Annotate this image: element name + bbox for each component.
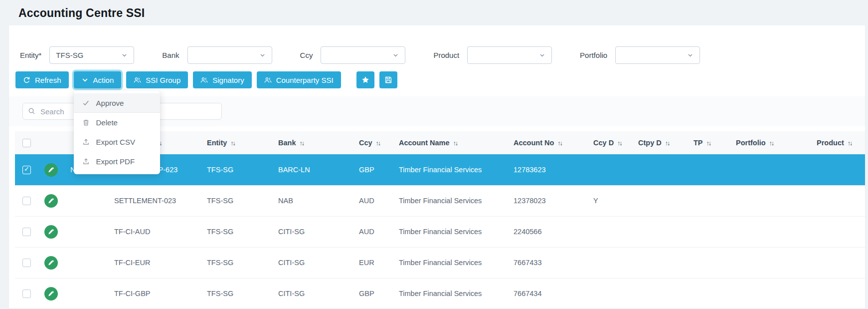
account-name-column-header[interactable]: Account Name↑↓: [393, 131, 508, 154]
portfolio-label: Portfolio: [580, 51, 607, 59]
filter-portfolio: Portfolio: [580, 46, 700, 64]
chevron-down-icon: [539, 52, 545, 58]
ctpy-d-column-header[interactable]: Ctpy D↑↓: [633, 131, 688, 154]
tp-column-header[interactable]: TP↑↓: [688, 131, 730, 154]
chevron-down-icon: [392, 52, 399, 58]
edit-row-button[interactable]: [44, 163, 58, 177]
sort-icon: ↑↓: [769, 140, 774, 147]
table-row[interactable]: TF-CI-GBP TFS-SG CITI-SG GBP Timber Fina…: [15, 278, 865, 309]
product-label: Product: [433, 51, 459, 59]
pencil-icon: [48, 198, 54, 204]
sort-icon: ↑↓: [230, 140, 235, 147]
export-icon: [82, 138, 90, 146]
menu-item-export-csv[interactable]: Export CSV: [74, 132, 160, 152]
row-checkbox[interactable]: [22, 228, 31, 236]
entity-label: Entity*: [20, 51, 41, 59]
export-icon: [82, 158, 90, 165]
counterparty-ssi-button[interactable]: Counterparty SSI: [257, 71, 341, 88]
table-row[interactable]: SETTLEMENT-023 TFS-SG NAB AUD Timber Fin…: [15, 185, 865, 216]
filter-bank: Bank: [162, 46, 272, 64]
check-icon: [82, 99, 90, 107]
sort-icon: ↑↓: [706, 140, 711, 147]
menu-item-approve[interactable]: Approve: [74, 93, 160, 113]
edit-row-button[interactable]: [44, 225, 58, 239]
users-icon: [134, 76, 141, 84]
search-icon: [28, 107, 35, 115]
edit-row-button[interactable]: [44, 256, 58, 270]
menu-item-delete[interactable]: Delete: [74, 113, 160, 132]
ccy-column-header[interactable]: Ccy↑↓: [353, 131, 393, 154]
portfolio-column-header[interactable]: Portfolio↑↓: [730, 131, 811, 154]
toolbar: Refresh Action Approve Delete Export: [9, 71, 865, 88]
edit-row-button[interactable]: [44, 194, 58, 208]
sort-icon: ↑↓: [617, 140, 622, 147]
product-select[interactable]: [467, 46, 552, 64]
action-button[interactable]: Action: [74, 71, 122, 88]
trash-icon: [82, 119, 90, 126]
signatory-button[interactable]: Signatory: [193, 71, 251, 88]
menu-item-export-pdf[interactable]: Export PDF: [74, 152, 160, 171]
edit-row-button[interactable]: [44, 287, 58, 301]
bank-select[interactable]: [187, 46, 272, 64]
users-icon: [200, 76, 208, 84]
account-no-column-header[interactable]: Account No↑↓: [508, 131, 588, 154]
users-icon: [264, 76, 272, 84]
pencil-icon: [48, 291, 54, 297]
page-title: Accounting Centre SSI: [0, 0, 868, 25]
refresh-icon: [23, 76, 30, 84]
chevron-down-icon: [259, 52, 266, 58]
row-checkbox[interactable]: [22, 290, 31, 298]
sort-icon: ↑↓: [557, 140, 562, 147]
save-button[interactable]: [379, 71, 397, 88]
bank-label: Bank: [162, 51, 179, 59]
ssi-group-button[interactable]: SSI Group: [126, 71, 188, 88]
action-dropdown-menu: Approve Delete Export CSV Export PDF: [74, 90, 160, 174]
chevron-down-icon: [121, 52, 128, 58]
sort-icon: ↑↓: [848, 140, 852, 147]
filter-row: Entity* TFS-SG Bank Ccy Product: [9, 46, 865, 64]
pencil-icon: [48, 167, 54, 173]
filter-product: Product: [433, 46, 552, 64]
floppy-disk-icon: [384, 76, 392, 84]
entity-select-value: TFS-SG: [56, 51, 121, 59]
star-icon: [361, 76, 369, 84]
ssi-panel: Entity* TFS-SG Bank Ccy Product: [9, 25, 865, 309]
sort-icon: ↑↓: [665, 140, 670, 147]
edit-column-header: [39, 131, 65, 154]
row-checkbox[interactable]: [22, 197, 31, 205]
entity-select[interactable]: TFS-SG: [49, 46, 134, 64]
pencil-icon: [48, 229, 54, 235]
filter-entity: Entity* TFS-SG: [20, 46, 134, 64]
table-row[interactable]: TF-CI-AUD TFS-SG CITI-SG AUD Timber Fina…: [15, 216, 865, 247]
chevron-down-icon: [687, 52, 694, 58]
entity-column-header[interactable]: Entity↑↓: [201, 131, 273, 154]
sort-icon: ↑↓: [299, 140, 304, 147]
ccy-select[interactable]: [321, 46, 405, 64]
pencil-icon: [48, 260, 54, 266]
row-checkbox[interactable]: [22, 259, 31, 267]
portfolio-select[interactable]: [615, 46, 700, 64]
ccy-label: Ccy: [300, 51, 313, 59]
filter-ccy: Ccy: [300, 46, 406, 64]
sort-icon: ↑↓: [376, 140, 380, 147]
select-all-checkbox[interactable]: [22, 139, 31, 147]
favourite-button[interactable]: [356, 71, 374, 88]
ccy-d-column-header[interactable]: Ccy D↑↓: [588, 131, 633, 154]
refresh-button[interactable]: Refresh: [15, 71, 69, 88]
table-row[interactable]: TF-CI-EUR TFS-SG CITI-SG EUR Timber Fina…: [15, 247, 865, 278]
sort-icon: ↑↓: [453, 140, 458, 147]
chevron-down-icon: [81, 76, 89, 84]
product-column-header[interactable]: Product↑↓: [811, 131, 865, 154]
bank-column-header[interactable]: Bank↑↓: [273, 131, 353, 154]
row-checkbox-checked[interactable]: [22, 166, 31, 174]
